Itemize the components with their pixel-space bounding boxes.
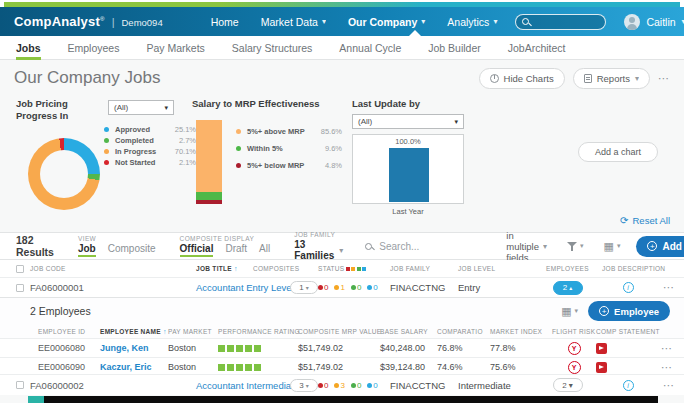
job-description-info-icon[interactable]: i <box>623 282 634 293</box>
tab-salary-structures[interactable]: Salary Structures <box>232 36 313 59</box>
select-all-checkbox[interactable] <box>16 265 24 273</box>
row-checkbox[interactable] <box>16 284 24 292</box>
hide-charts-button[interactable]: Hide Charts <box>479 68 565 89</box>
composite-mrp-value: $51,749.02 <box>298 343 380 353</box>
employee-name-link[interactable]: Junge, Ken <box>100 343 168 353</box>
row-more-menu-icon[interactable]: ⋯ <box>663 281 675 294</box>
pay-market-value: Boston <box>168 343 218 353</box>
flight-risk-badge[interactable]: Y <box>568 361 581 374</box>
column-header-flight-risk[interactable]: FLIGHT RISK <box>552 328 596 335</box>
flight-risk-badge[interactable]: Y <box>568 342 581 355</box>
tab-employees[interactable]: Employees <box>68 36 120 59</box>
caret-down-icon: ▾ <box>580 242 584 250</box>
column-settings-button[interactable]: ▦▾ <box>594 233 631 259</box>
pdf-icon[interactable] <box>596 343 607 354</box>
caret-down-icon: ▾ <box>575 307 579 315</box>
job-title-link[interactable]: Accountant Intermediate <box>196 380 253 391</box>
view-option-job[interactable]: Job <box>78 243 96 257</box>
row-more-menu-icon[interactable]: ⋯ <box>661 342 673 355</box>
view-option-composite[interactable]: Composite <box>108 243 156 257</box>
composite-option-all[interactable]: All <box>259 243 270 257</box>
column-header-employee-name[interactable]: EMPLOYEE NAME ↑ <box>100 328 168 335</box>
column-header-status[interactable]: STATUS <box>318 265 390 272</box>
legend-bullet-icon <box>104 149 109 154</box>
caret-down-icon: ▾ <box>635 74 639 83</box>
legend-bullet-icon <box>236 163 241 168</box>
employee-name-link[interactable]: Kaczur, Eric <box>100 362 168 372</box>
add-button[interactable]: +Add▾ <box>636 236 684 257</box>
view-switcher: VIEW Job Composite <box>66 233 168 259</box>
tab-annual-cycle[interactable]: Annual Cycle <box>339 36 401 59</box>
table-search-input[interactable] <box>379 241 499 252</box>
employees-count-title: 2 Employees <box>30 305 91 317</box>
brand-name: CompAnalyst® <box>14 14 105 29</box>
add-a-chart-button[interactable]: Add a chart <box>578 142 658 162</box>
nav-analytics[interactable]: Analytics▾ <box>447 16 497 28</box>
chart-title: Job Pricing Progress In <box>16 98 100 122</box>
more-menu-icon[interactable]: ⋯ <box>658 72 670 85</box>
column-header-employee-id[interactable]: EMPLOYEE ID <box>38 328 100 335</box>
global-search-input[interactable] <box>529 17 599 27</box>
column-header-job-level[interactable]: JOB LEVEL <box>458 265 533 272</box>
composites-pill[interactable]: 3▾ <box>290 379 318 392</box>
composites-pill[interactable]: 1▾ <box>290 281 318 294</box>
composite-option-draft[interactable]: Draft <box>225 243 247 257</box>
reset-all-link[interactable]: ⟳ Reset All <box>620 215 670 226</box>
column-header-comparatio[interactable]: COMPARATIO <box>437 328 490 335</box>
column-header-composites[interactable]: COMPOSITES <box>253 265 318 272</box>
job-family-dropdown[interactable]: 13 Families▾ <box>294 239 343 261</box>
tab-jobarchitect[interactable]: JobArchitect <box>508 36 566 59</box>
column-header-job-title[interactable]: JOB TITLE ↑ <box>196 265 253 272</box>
job-title-link[interactable]: Accountant Entry Level <box>196 282 253 293</box>
bottom-media-bar[interactable] <box>28 396 658 403</box>
user-menu[interactable]: Caitlin ▾ <box>624 14 684 30</box>
column-header-job-code[interactable]: JOB CODE <box>30 265 196 272</box>
base-salary-value: $39,124.80 <box>380 362 437 372</box>
column-header-base-salary[interactable]: BASE SALARY <box>380 328 437 335</box>
column-header-composite-mrp-value[interactable]: COMPOSITE MRP VALUE <box>298 328 380 335</box>
last-update-filter-select[interactable]: (All)▾ <box>352 114 464 129</box>
global-search[interactable] <box>515 14 606 30</box>
nav-our-company[interactable]: Our Company▾ <box>348 16 425 28</box>
app-logo[interactable]: CompAnalyst® | Demo094 <box>14 14 163 29</box>
row-checkbox[interactable] <box>16 381 24 389</box>
pdf-icon[interactable] <box>596 362 607 373</box>
employees-column-settings-button[interactable]: ▦▾ <box>561 305 578 318</box>
job-pricing-progress-chart: Job Pricing Progress In (All)▾ Approved2… <box>16 98 196 216</box>
stacked-bar <box>196 120 222 204</box>
nav-home[interactable]: Home <box>211 16 239 28</box>
column-header-employees[interactable]: EMPLOYEES <box>546 265 589 272</box>
row-more-menu-icon[interactable]: ⋯ <box>663 379 675 392</box>
job-description-info-icon[interactable]: i <box>623 380 634 391</box>
column-header-pay-market[interactable]: PAY MARKET <box>168 328 218 335</box>
caret-down-icon: ▾ <box>164 104 168 112</box>
job-pricing-filter-select[interactable]: (All)▾ <box>108 100 174 115</box>
status-legend-icon <box>351 267 355 271</box>
column-header-comp-statement[interactable]: COMP STATEMENT <box>596 328 650 335</box>
caret-down-icon: ▾ <box>421 17 425 26</box>
status-dot-icon <box>367 383 372 388</box>
legend-item: 5%+ above MRP85.6% <box>236 126 342 137</box>
column-header-job-family[interactable]: JOB FAMILY <box>390 265 458 272</box>
nav-market-data[interactable]: Market Data▾ <box>261 16 326 28</box>
employees-pill[interactable]: 2▾ <box>553 378 583 392</box>
caret-down-icon: ▾ <box>543 242 547 251</box>
row-more-menu-icon[interactable]: ⋯ <box>661 361 673 374</box>
search-scope-dropdown[interactable]: in multiple fields▾ <box>506 230 547 263</box>
donut-chart <box>28 138 100 210</box>
filter-button[interactable]: ▾ <box>557 233 594 259</box>
legend-item: Completed2.7% <box>104 135 196 146</box>
column-header-job-description[interactable]: JOB DESCRIPTION <box>602 265 654 272</box>
tab-pay-markets[interactable]: Pay Markets <box>146 36 204 59</box>
search-icon <box>365 243 372 250</box>
status-legend-icon <box>362 267 366 271</box>
column-header-performance-rating[interactable]: PERFORMANCE RATING <box>218 328 298 335</box>
status-counts: 0 3 0 0 <box>318 381 390 390</box>
employees-pill-expanded[interactable]: 2▴ <box>553 281 583 295</box>
column-header-market-index[interactable]: MARKET INDEX <box>490 328 552 335</box>
reports-button[interactable]: Reports▾ <box>573 68 650 89</box>
tab-job-builder[interactable]: Job Builder <box>428 36 481 59</box>
tab-jobs[interactable]: Jobs <box>16 36 41 59</box>
composite-option-official[interactable]: Official <box>180 243 214 257</box>
add-employee-button[interactable]: +Employee <box>588 301 670 321</box>
